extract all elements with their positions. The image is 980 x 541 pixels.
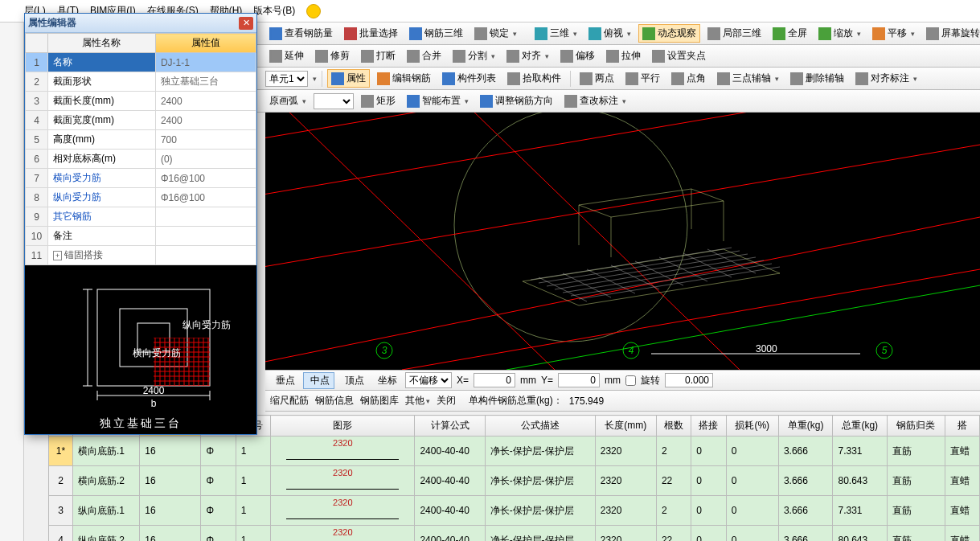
- rebar-header[interactable]: 单重(kg): [778, 416, 833, 436]
- rebar-info[interactable]: 钢筋信息: [315, 394, 354, 408]
- svg-line-28: [683, 253, 732, 277]
- trim-icon: [315, 50, 328, 63]
- x-input[interactable]: [474, 373, 515, 387]
- prop-row[interactable]: 10备注: [26, 227, 256, 246]
- offset-combo[interactable]: 不偏移: [405, 372, 452, 388]
- rebar-header[interactable]: 总重(kg): [833, 416, 888, 436]
- svg-text:5: 5: [882, 345, 888, 356]
- adjust-rebar-dir[interactable]: 调整钢筋方向: [476, 92, 557, 110]
- rebar-lib[interactable]: 钢筋图库: [360, 394, 399, 408]
- component-list[interactable]: 构件列表: [438, 69, 500, 88]
- view-top[interactable]: 俯视▾: [584, 24, 635, 43]
- set-grip[interactable]: 设置夹点: [648, 47, 710, 65]
- menu-version[interactable]: 版本号(B): [253, 4, 295, 18]
- delete-aux[interactable]: 删除辅轴: [786, 69, 848, 88]
- three-point-aux[interactable]: 三点辅轴▾: [713, 69, 783, 88]
- svg-marker-10: [579, 189, 724, 217]
- rect[interactable]: 矩形: [357, 92, 400, 110]
- rebar-header[interactable]: 长度(mm): [595, 416, 656, 436]
- close[interactable]: 关闭: [437, 394, 456, 408]
- prop-row[interactable]: 9其它钢筋: [26, 207, 256, 227]
- two-point[interactable]: 两点: [576, 69, 618, 88]
- prop-row[interactable]: 2截面形状独立基础三台: [26, 72, 256, 92]
- table-row[interactable]: 4纵向底筋.216Φ123202400-40-40净长-保护层-保护层23202…: [49, 526, 980, 542]
- batch-select[interactable]: 批量选择: [340, 24, 402, 43]
- fullscreen[interactable]: 全屏: [769, 24, 811, 43]
- svg-text:横向受力筋: 横向受力筋: [133, 347, 181, 359]
- trim[interactable]: 修剪: [311, 47, 354, 65]
- table-row[interactable]: 1*横向底筋.116Φ123202400-40-40净长-保护层-保护层2320…: [49, 436, 980, 466]
- offset[interactable]: 偏移: [556, 47, 599, 65]
- x-unit: mm: [520, 375, 536, 386]
- rebar-3d[interactable]: 钢筋三维: [405, 24, 467, 43]
- view-rebar-qty[interactable]: 查看钢筋量: [265, 24, 337, 43]
- rebar-header[interactable]: 图形: [271, 416, 415, 436]
- prop-button[interactable]: 属性: [327, 69, 370, 88]
- extend[interactable]: 延伸: [265, 47, 308, 65]
- rotate-label: 旋转: [641, 374, 660, 387]
- scale-rebar[interactable]: 缩尺配筋: [270, 394, 309, 408]
- edit-annot[interactable]: 查改标注▾: [560, 92, 630, 110]
- pan[interactable]: 平移▾: [868, 24, 919, 43]
- prop-row[interactable]: 5高度(mm)700: [26, 130, 256, 150]
- topview-icon: [588, 27, 601, 40]
- prop-row[interactable]: 6相对底标高(m)(0): [26, 150, 256, 169]
- view-3d[interactable]: 三维▾: [531, 24, 581, 43]
- snap-perp[interactable]: 垂点: [270, 373, 298, 388]
- rebar-header[interactable]: 搭接: [691, 416, 726, 436]
- prop-row[interactable]: 8纵向受力筋Φ16@100: [26, 188, 256, 207]
- prop-row[interactable]: 4截面宽度(mm)2400: [26, 111, 256, 130]
- break[interactable]: 打断: [357, 47, 400, 65]
- orig-arc[interactable]: 原画弧▾: [265, 92, 310, 110]
- zoom[interactable]: 缩放▾: [814, 24, 865, 43]
- align[interactable]: 对齐▾: [502, 47, 553, 65]
- fullscreen-icon: [773, 27, 785, 40]
- align-annot[interactable]: 对齐标注▾: [851, 69, 921, 88]
- svg-line-1: [265, 113, 980, 145]
- unit-combo[interactable]: 单元1: [265, 71, 308, 87]
- dialog-titlebar[interactable]: 属性编辑器 ✕: [25, 14, 256, 33]
- snap-mid[interactable]: 中点: [303, 372, 334, 389]
- svg-marker-9: [523, 249, 780, 305]
- snap-coord[interactable]: 坐标: [372, 373, 400, 388]
- split[interactable]: 分割▾: [449, 47, 499, 65]
- y-input[interactable]: [558, 373, 600, 387]
- lock[interactable]: 锁定▾: [470, 24, 521, 43]
- pick-component[interactable]: 拾取构件: [503, 69, 565, 88]
- prop-row[interactable]: 1名称DJ-1-1: [26, 53, 256, 72]
- rebar-header[interactable]: 钢筋归类: [888, 416, 945, 436]
- list-icon: [442, 72, 455, 85]
- dynamic-observe[interactable]: 动态观察: [638, 24, 700, 43]
- parallel[interactable]: 平行: [621, 69, 664, 88]
- close-button[interactable]: ✕: [239, 17, 253, 30]
- prop-row[interactable]: 3截面长度(mm)2400: [26, 92, 256, 111]
- other[interactable]: 其他▾: [405, 394, 430, 408]
- edit-rebar[interactable]: 编辑钢筋: [373, 69, 435, 88]
- rotate-icon: [926, 27, 939, 40]
- svg-line-7: [466, 113, 740, 370]
- screen-rotate[interactable]: 屏幕旋转▾: [922, 24, 980, 43]
- snap-vertex[interactable]: 顶点: [339, 373, 367, 388]
- lock-icon: [474, 27, 487, 40]
- merge[interactable]: 合并: [403, 47, 445, 65]
- svg-text:3: 3: [382, 345, 387, 356]
- rebar-header[interactable]: 根数: [656, 416, 691, 436]
- rotate-input[interactable]: [665, 373, 713, 387]
- rotate-check[interactable]: [625, 375, 636, 386]
- property-editor-dialog[interactable]: 属性编辑器 ✕ 属性名称 属性值 1名称DJ-1-12截面形状独立基础三台3截面…: [24, 13, 257, 435]
- prop-row[interactable]: 7横向受力筋Φ16@100: [26, 169, 256, 188]
- viewport[interactable]: 3 4 5 3000: [265, 113, 980, 370]
- rebar-header[interactable]: 搭: [945, 416, 979, 436]
- point-angle[interactable]: 点角: [667, 69, 710, 88]
- table-row[interactable]: 2横向底筋.216Φ123202400-40-40净长-保护层-保护层23202…: [49, 466, 980, 496]
- stretch[interactable]: 拉伸: [602, 47, 645, 65]
- empty-combo[interactable]: [314, 93, 354, 109]
- local-3d[interactable]: 局部三维: [703, 24, 765, 43]
- rebar-header[interactable]: 计算公式: [415, 416, 485, 436]
- svg-line-2: [265, 113, 980, 201]
- prop-row[interactable]: 11+锚固搭接: [26, 246, 256, 265]
- smart-layout[interactable]: 智能布置▾: [403, 92, 473, 110]
- table-row[interactable]: 3纵向底筋.116Φ123202400-40-40净长-保护层-保护层23202…: [49, 496, 980, 526]
- rebar-header[interactable]: 损耗(%): [726, 416, 778, 436]
- rebar-header[interactable]: 公式描述: [485, 416, 595, 436]
